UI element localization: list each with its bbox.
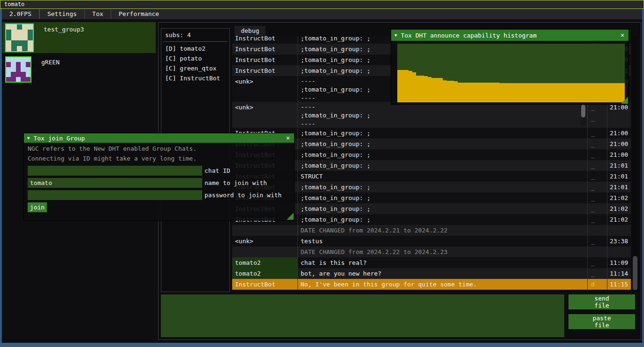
histogram-bar — [598, 83, 602, 102]
join-button[interactable]: join — [28, 202, 47, 212]
avatar-cell — [26, 62, 30, 67]
menu-item-tox[interactable]: Tox — [85, 9, 111, 19]
message-scrollbar-thumb[interactable] — [581, 105, 585, 117]
chat-ID-input[interactable] — [28, 166, 202, 176]
avatar-cell — [6, 40, 11, 46]
avatar-cell — [17, 46, 22, 51]
member-item-InstructBot[interactable]: [C] InstructBot — [161, 73, 229, 83]
histogram-bar — [435, 78, 439, 103]
name-to-join-with-input[interactable] — [28, 178, 202, 188]
message-time: 21:02 — [607, 193, 631, 203]
avatar-cell — [6, 30, 11, 35]
group-list-item-gREEN[interactable]: gREEN — [2, 55, 156, 80]
message-row[interactable]: DATE CHANGED from 2024.2.21 to 2024.2.22 — [232, 225, 631, 236]
message-row[interactable]: DATE CHANGED from 2024.2.22 to 2024.2.23 — [232, 247, 631, 257]
message-row[interactable]: InstructBotNo, I've been in this group f… — [232, 279, 631, 290]
group-list-item-test_group3[interactable]: test_group3 — [2, 22, 156, 53]
join-group-window: ▼ Tox join Group ✕ NGC refers to the New… — [23, 133, 295, 221]
message-row[interactable]: <unk>---- ;tomato_in_group: ; ----_ _21:… — [232, 102, 631, 128]
message-flags: _ _ — [588, 102, 607, 128]
join-window-description: NGC refers to the New DHT enabled Group … — [24, 144, 294, 163]
menu-item-performance[interactable]: Performance — [111, 9, 167, 19]
message-text: ;tomato_in_group: ; — [298, 128, 588, 139]
avatar-cell — [28, 35, 33, 40]
histogram-bar — [519, 83, 523, 102]
histogram-bar — [538, 83, 541, 102]
tab-debug[interactable]: debug — [235, 26, 265, 36]
os-titlebar[interactable]: tomato — [0, 0, 644, 9]
message-time: 21:02 — [607, 203, 631, 214]
message-text: chat is this real? — [298, 257, 588, 268]
message-row[interactable]: <unk>testus_ _23:38 — [232, 236, 631, 247]
password-to-join-with-input[interactable] — [28, 190, 202, 200]
histogram-bar — [450, 81, 454, 102]
avatar-cell — [11, 40, 16, 46]
histogram-bar — [500, 83, 503, 102]
message-flags: _ _ — [588, 182, 607, 193]
message-time: 21:01 — [607, 171, 631, 182]
message-scrollbar[interactable] — [581, 104, 586, 126]
message-sender: InstructBot — [232, 44, 298, 54]
description-line: Connecting via ID might take a very long… — [28, 154, 294, 163]
message-sender: InstructBot — [232, 36, 298, 44]
histogram-bar — [477, 83, 481, 103]
resize-grip[interactable] — [621, 97, 628, 104]
histogram-bar — [572, 83, 576, 102]
histogram-bar — [496, 83, 500, 103]
collapse-icon[interactable]: ▼ — [394, 33, 397, 38]
menu-item-settings[interactable]: Settings — [40, 9, 84, 19]
histogram-bar — [481, 83, 485, 103]
paste-file-button[interactable]: paste file — [568, 314, 635, 329]
message-input[interactable] — [161, 294, 564, 337]
message-sender: InstructBot — [232, 54, 298, 65]
member-item-green_qtox[interactable]: [C] green_qtox — [161, 63, 229, 73]
histogram-bar — [534, 83, 538, 102]
avatar-cell — [6, 57, 11, 62]
description-line: NGC refers to the New DHT enabled Group … — [28, 144, 294, 154]
collapse-icon[interactable]: ▼ — [27, 136, 30, 140]
histogram-bar — [583, 83, 587, 102]
histogram-bar — [602, 83, 606, 102]
join-window-titlebar[interactable]: ▼ Tox join Group ✕ — [24, 133, 294, 143]
message-text: ;tomato_in_group: ; — [298, 160, 588, 171]
message-text: ---- ;tomato_in_group: ; ---- — [298, 102, 588, 128]
histogram-bar — [606, 83, 609, 102]
histogram-bar — [568, 83, 572, 102]
close-icon[interactable]: ✕ — [284, 133, 292, 143]
histogram-bar — [485, 83, 488, 103]
avatar-cell — [26, 57, 30, 62]
message-time: 11:15 — [607, 279, 631, 290]
histogram-bar — [545, 83, 549, 102]
message-row[interactable]: tomato2bot, are you new here?_ _11:14 — [232, 268, 631, 279]
avatar-cell — [6, 77, 11, 82]
avatar-cell — [11, 46, 16, 51]
message-text: testus — [298, 236, 588, 247]
close-icon[interactable]: ✕ — [618, 30, 627, 41]
message-flags: _ _ — [588, 236, 607, 247]
histogram-bar — [507, 83, 511, 102]
message-flags — [588, 247, 607, 257]
avatar-cell — [16, 62, 21, 67]
message-time: 21:00 — [607, 128, 631, 139]
message-time: 21:01 — [607, 182, 631, 193]
histogram-window-title: Tox DHT announce capability histogram — [401, 32, 537, 39]
field-label: password to join with — [205, 190, 281, 200]
histogram-bar — [416, 76, 420, 103]
avatar-cell — [28, 24, 33, 30]
histogram-window-titlebar[interactable]: ▼ Tox DHT announce capability histogram … — [391, 30, 629, 41]
message-time: 11:09 — [607, 257, 631, 268]
resize-grip[interactable] — [287, 213, 294, 220]
member-item-potato[interactable]: [C] potato — [161, 54, 229, 63]
member-item-tomato2[interactable]: [D] tomato2 — [161, 44, 229, 54]
histogram-bar — [609, 83, 613, 102]
message-row[interactable]: tomato2chat is this real?_ _11:09 — [232, 257, 631, 268]
chat-scrollbar-thumb[interactable] — [633, 256, 637, 290]
send-file-button[interactable]: send file — [568, 294, 635, 309]
histogram-bar — [409, 71, 412, 103]
message-time: 21:01 — [607, 160, 631, 171]
avatar-cell — [17, 35, 22, 40]
histogram-bar — [443, 80, 447, 103]
histogram-bar — [587, 83, 591, 102]
avatar-cell — [11, 62, 15, 67]
chat-scrollbar[interactable] — [632, 36, 638, 292]
